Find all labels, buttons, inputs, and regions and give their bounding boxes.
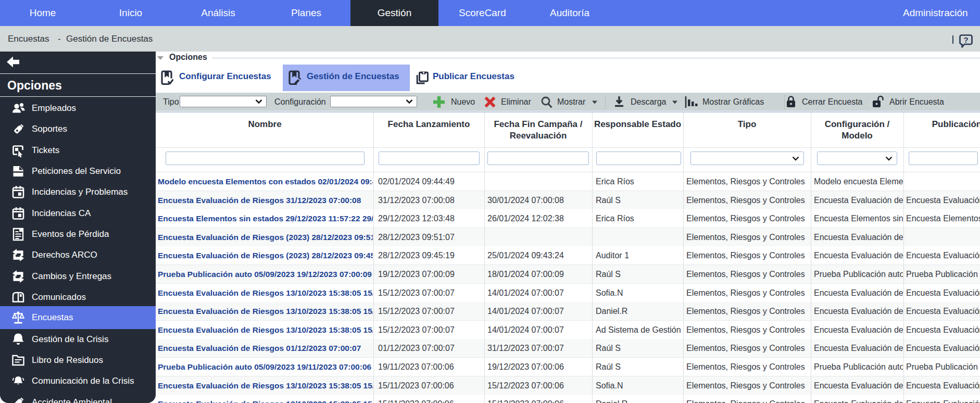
svg-text:?: ? bbox=[963, 35, 968, 44]
